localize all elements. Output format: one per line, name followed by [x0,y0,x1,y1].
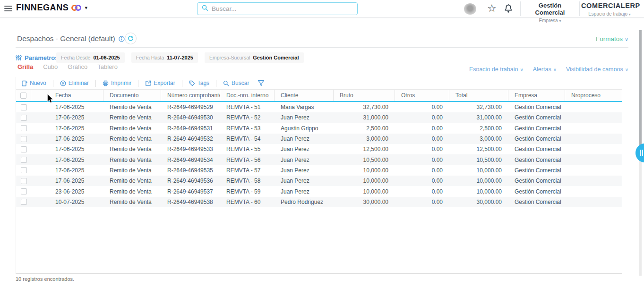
column-header-empresa[interactable]: Empresa [508,90,565,101]
cell-nroproceso [565,112,623,123]
brand[interactable]: FINNEGANS ▾ [16,3,87,13]
sliders-icon [16,55,22,61]
column-header-fecha[interactable]: Fecha [49,90,103,101]
cell-total: 10,000.00 [449,165,508,176]
star-favorites-icon[interactable]: ☆ [487,2,497,15]
row-checkbox[interactable] [21,178,27,184]
cell-bruto: 10,000.00 [334,165,395,176]
view-tab-gráfico[interactable]: Gráfico [68,63,87,70]
hamburger-menu-icon[interactable] [4,6,12,12]
company-caption[interactable]: Empresa ▾ [524,18,576,23]
column-header-n-mero-comprobante[interactable]: Número comprobante [161,90,220,101]
column-header-documento[interactable]: Documento [103,90,161,101]
cell-total: 32,730.00 [449,102,508,112]
cell-doc-nro-interno: REMVTA - 52 [220,112,275,123]
row-checkbox-cell [16,197,31,207]
link-alertas[interactable]: Alertas∨ [533,66,557,71]
view-tab-cubo[interactable]: Cubo [43,63,58,70]
view-tab-grilla[interactable]: Grilla [17,63,33,70]
row-checkbox[interactable] [21,167,27,173]
table-row[interactable]: 17-06-2025Remito de VentaR-2649-46949534… [16,154,622,165]
table-row[interactable]: 17-06-2025Remito de VentaR-2649-46949530… [16,112,622,123]
side-drawer-handle[interactable] [635,144,644,162]
cell-n-mero-comprobante: R-2649-46949532 [161,134,220,144]
table-row[interactable]: 17-06-2025Remito de VentaR-2649-46949535… [16,165,622,176]
toolbar-buscar-button[interactable]: Buscar [221,80,251,86]
row-checkbox[interactable] [21,115,27,121]
link-espacio-de-trabajo[interactable]: Espacio de trabajo∨ [469,66,524,71]
vertical-scrollbar-thumb[interactable] [639,30,642,148]
filter-chip-1[interactable]: Fecha Hasta11-07-2025 [131,52,198,63]
toolbar-exportar-button[interactable]: Exportar [143,80,177,86]
company-selector[interactable]: Gestión Comercial Empresa ▾ [524,2,576,23]
delete-icon [60,80,66,86]
toolbar-nuevo-button[interactable]: Nuevo [19,80,48,86]
table-row[interactable]: 17-06-2025Remito de VentaR-2649-46949529… [16,102,622,112]
search-input[interactable] [212,5,344,12]
column-header-nroproceso[interactable]: Nroproceso [565,90,623,101]
cell-documento: Remito de Venta [103,176,161,186]
sphere-icon[interactable] [464,3,476,15]
cell-cliente: Juan Perez [275,186,334,196]
toolbar-imprimir-button[interactable]: Imprimir [101,80,133,86]
table-row[interactable]: 23-06-2025Remito de VentaR-2649-46949537… [16,186,622,196]
row-checkbox[interactable] [21,157,27,163]
row-checkbox-cell [16,165,31,176]
row-spacer-cell [31,165,49,176]
workspace-selector[interactable]: COMERCIALERP Espacio de trabajo ▾ [581,2,638,17]
cell-nroproceso [565,186,623,196]
column-header-doc-nro-interno[interactable]: Doc.-nro. interno [220,90,275,101]
filter-label: Fecha Desde [61,55,90,60]
row-checkbox[interactable] [21,104,27,110]
table-row[interactable]: 10-07-2025Remito de VentaR-2649-46949538… [16,197,622,207]
filter-chip-0[interactable]: Fecha Desde01-06-2025 [56,52,125,63]
filter-chip-2[interactable]: Empresa-SucursalGestión Comercial [205,52,304,63]
cell-documento: Remito de Venta [103,144,161,154]
chevron-down-icon: ▾ [629,12,631,17]
cell-fecha: 23-06-2025 [49,186,103,196]
app-window: FINNEGANS ▾ ☆ Gestión Comercial Empresa … [0,0,644,287]
cell-doc-nro-interno: REMVTA - 53 [220,123,275,134]
toolbar-eliminar-button[interactable]: Eliminar [58,80,91,86]
view-tab-tablero[interactable]: Tablero [97,63,118,70]
cell-nroproceso [565,154,623,165]
cell-otros: 0.00 [395,186,449,196]
cell-documento: Remito de Venta [103,112,161,123]
table-row[interactable]: 17-06-2025Remito de VentaR-2649-46949536… [16,176,622,186]
column-header-total[interactable]: Total [449,90,508,101]
chevron-down-icon: ∨ [625,36,628,42]
select-all-checkbox[interactable] [20,93,26,99]
filter-funnel-icon[interactable] [258,80,265,86]
cell-fecha: 17-06-2025 [49,165,103,176]
filter-chips: Fecha Desde01-06-2025Fecha Hasta11-07-20… [56,52,304,63]
column-header-bruto[interactable]: Bruto [334,90,395,101]
info-icon[interactable] [119,36,125,42]
cell-n-mero-comprobante: R-2649-46949536 [161,176,220,186]
row-checkbox[interactable] [21,125,27,131]
filter-value: Gestión Comercial [253,55,299,60]
bell-notifications-icon[interactable] [504,4,513,16]
cell-empresa: Gestión Comercial [508,134,565,144]
cell-fecha: 17-06-2025 [49,176,103,186]
link-visibilidad-de-campos[interactable]: Visibilidad de campos∨ [566,66,628,71]
cell-nroproceso [565,144,623,154]
toolbar-separator [182,80,182,87]
table-row[interactable]: 17-06-2025Remito de VentaR-2649-46949531… [16,123,622,134]
row-checkbox[interactable] [21,146,27,152]
formats-dropdown[interactable]: Formatos∨ [596,35,628,42]
table-row[interactable]: 17-06-2025Remito de VentaR-2649-46949533… [16,144,622,154]
divider [16,47,628,48]
column-header-cliente[interactable]: Cliente [275,90,334,101]
refresh-button[interactable] [125,33,137,44]
workspace-caption[interactable]: Espacio de trabajo ▾ [581,11,638,17]
cell-fecha: 17-06-2025 [49,134,103,144]
toolbar-tags-button[interactable]: Tags [187,80,211,86]
chevron-down-icon[interactable]: ▾ [85,5,87,11]
row-checkbox[interactable] [21,136,27,142]
new-icon [21,80,27,86]
table-row[interactable]: 17-06-2025Remito de VentaR-2649-46949532… [16,134,622,144]
row-checkbox[interactable] [21,188,27,194]
column-header-otros[interactable]: Otros [395,90,449,101]
cell-fecha: 17-06-2025 [49,102,103,112]
row-checkbox[interactable] [21,199,27,205]
